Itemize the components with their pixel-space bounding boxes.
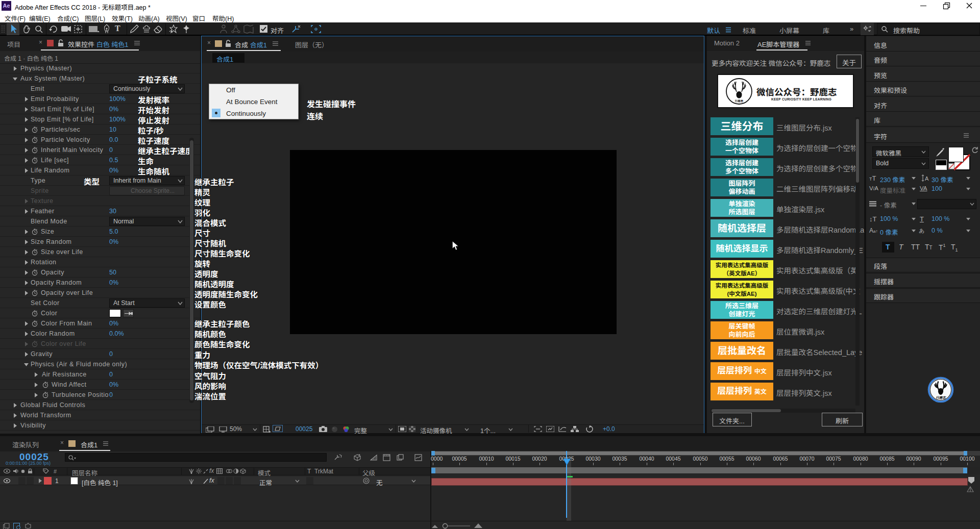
svg-text:A: A [925, 175, 929, 182]
svg-text:行鹿志: 行鹿志 [936, 396, 946, 399]
svg-text:行鹿志: 行鹿志 [735, 99, 744, 103]
